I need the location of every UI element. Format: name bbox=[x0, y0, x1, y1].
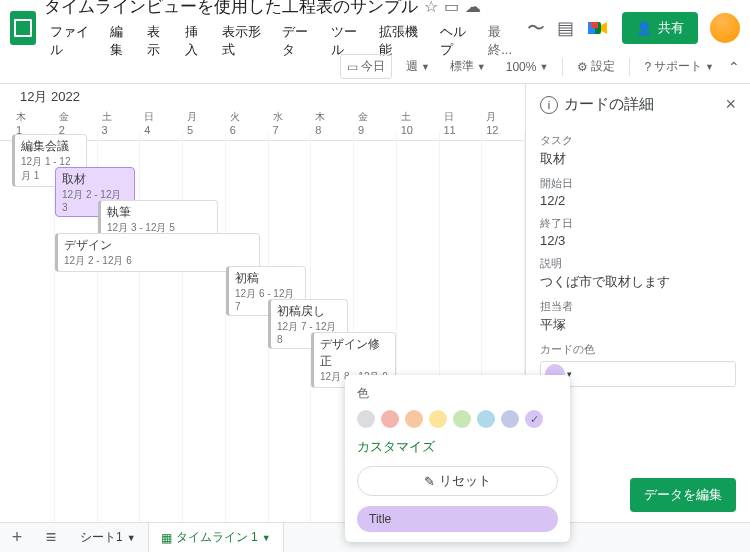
close-icon[interactable]: × bbox=[725, 94, 736, 115]
month-label: 12月 2022 bbox=[0, 84, 525, 108]
today-button[interactable]: ▭今日 bbox=[340, 54, 392, 79]
menu-format[interactable]: 表示形式 bbox=[216, 20, 274, 62]
move-icon[interactable]: ▭ bbox=[444, 0, 459, 16]
chevron-down-icon: ▼ bbox=[539, 62, 548, 72]
chevron-down-icon: ▼ bbox=[705, 62, 714, 72]
label-color: カードの色 bbox=[540, 342, 736, 357]
doc-title[interactable]: タイムラインビューを使用した工程表のサンプル bbox=[44, 0, 418, 18]
sheet-tab-timeline1[interactable]: ▦タイムライン 1▼ bbox=[149, 523, 284, 552]
chevron-down-icon: ▼ bbox=[127, 533, 136, 543]
value-desc: つくば市で取材します bbox=[540, 273, 736, 291]
settings-button[interactable]: ⚙設定 bbox=[571, 55, 621, 78]
add-sheet-button[interactable]: + bbox=[0, 527, 34, 548]
menu-file[interactable]: ファイル bbox=[44, 20, 102, 62]
chevron-down-icon: ▼ bbox=[262, 533, 271, 543]
svg-rect-2 bbox=[591, 22, 598, 28]
chevron-down-icon: ▼ bbox=[421, 62, 430, 72]
account-avatar[interactable] bbox=[710, 13, 740, 43]
app-header: タイムラインビューを使用した工程表のサンプル ☆ ▭ ☁ ファイル 編集 表示 … bbox=[0, 0, 750, 50]
color-swatch[interactable] bbox=[453, 410, 471, 428]
title-pill[interactable]: Title bbox=[357, 506, 558, 532]
chevron-down-icon: ▼ bbox=[477, 62, 486, 72]
share-button[interactable]: 👤 共有 bbox=[622, 12, 698, 44]
color-swatch[interactable] bbox=[477, 410, 495, 428]
value-assignee: 平塚 bbox=[540, 316, 736, 334]
color-swatch[interactable] bbox=[501, 410, 519, 428]
value-end: 12/3 bbox=[540, 233, 736, 248]
separator bbox=[562, 58, 563, 76]
calendar-icon: ▭ bbox=[347, 60, 358, 74]
value-task: 取材 bbox=[540, 150, 736, 168]
comments-icon[interactable]: ▤ bbox=[557, 17, 574, 39]
color-swatch[interactable] bbox=[381, 410, 399, 428]
menu-edit[interactable]: 編集 bbox=[104, 20, 139, 62]
customize-link[interactable]: カスタマイズ bbox=[357, 438, 558, 456]
activity-icon[interactable]: 〜 bbox=[527, 16, 545, 40]
scale-select[interactable]: 週▼ bbox=[400, 55, 436, 78]
color-swatch[interactable] bbox=[429, 410, 447, 428]
label-end: 終了日 bbox=[540, 216, 736, 231]
cloud-icon[interactable]: ☁ bbox=[465, 0, 481, 16]
help-icon: ? bbox=[644, 60, 651, 74]
edit-data-button[interactable]: データを編集 bbox=[630, 478, 736, 512]
color-swatch[interactable] bbox=[405, 410, 423, 428]
label-start: 開始日 bbox=[540, 176, 736, 191]
menu-view[interactable]: 表示 bbox=[141, 20, 176, 62]
info-icon: i bbox=[540, 96, 558, 114]
popup-label: 色 bbox=[357, 385, 558, 402]
header-right: 〜 ▤ 👤 共有 bbox=[527, 12, 740, 44]
detail-header: i カードの詳細 × bbox=[540, 94, 736, 115]
zoom-select[interactable]: 100%▼ bbox=[500, 57, 555, 77]
color-swatch-selected[interactable]: ✓ bbox=[525, 410, 543, 428]
meet-icon[interactable] bbox=[586, 16, 610, 40]
label-assignee: 担当者 bbox=[540, 299, 736, 314]
timeline-icon: ▦ bbox=[161, 531, 172, 545]
density-select[interactable]: 標準▼ bbox=[444, 55, 492, 78]
value-start: 12/2 bbox=[540, 193, 736, 208]
collapse-toolbar-icon[interactable]: ⌃ bbox=[728, 59, 740, 75]
menu-insert[interactable]: 挿入 bbox=[179, 20, 214, 62]
detail-title: カードの詳細 bbox=[564, 95, 654, 114]
sheet-tab-sheet1[interactable]: シート1▼ bbox=[68, 523, 149, 552]
person-icon: 👤 bbox=[636, 21, 652, 36]
swatch-row: ✓ bbox=[357, 410, 558, 428]
support-button[interactable]: ?サポート▼ bbox=[638, 55, 720, 78]
label-task: タスク bbox=[540, 133, 736, 148]
color-picker-popup: 色 ✓ カスタマイズ ✎リセット Title bbox=[345, 375, 570, 542]
star-icon[interactable]: ☆ bbox=[424, 0, 438, 16]
reset-icon: ✎ bbox=[424, 474, 435, 489]
sheets-logo[interactable] bbox=[10, 11, 36, 45]
reset-button[interactable]: ✎リセット bbox=[357, 466, 558, 496]
menu-data[interactable]: データ bbox=[276, 20, 323, 62]
color-swatch[interactable] bbox=[357, 410, 375, 428]
gear-icon: ⚙ bbox=[577, 60, 588, 74]
label-desc: 説明 bbox=[540, 256, 736, 271]
separator bbox=[629, 58, 630, 76]
doc-title-area: タイムラインビューを使用した工程表のサンプル ☆ ▭ ☁ ファイル 編集 表示 … bbox=[44, 0, 527, 62]
all-sheets-button[interactable]: ≡ bbox=[34, 527, 68, 548]
